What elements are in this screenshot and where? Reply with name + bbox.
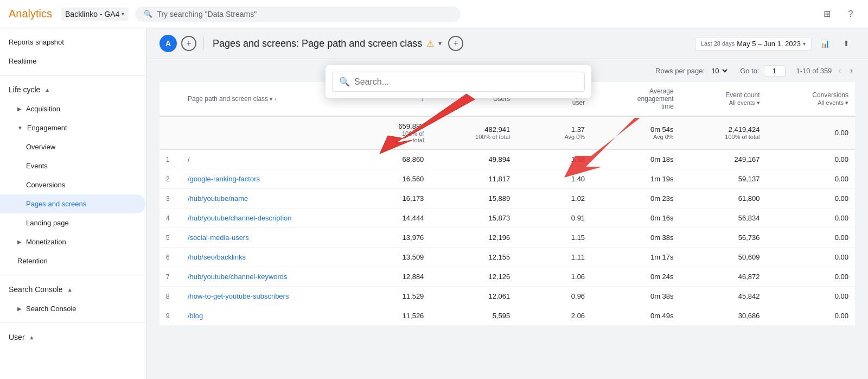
- sidebar-section-user[interactable]: User ▲: [0, 327, 146, 347]
- global-search-input[interactable]: [157, 10, 452, 18]
- cell-users: 12,155: [430, 248, 516, 267]
- realtime-label: Realtime: [9, 57, 36, 65]
- cell-page[interactable]: /hub/seo/backlinks: [181, 248, 392, 267]
- cell-views-per-user: 1.06: [516, 267, 591, 287]
- sidebar-item-overview[interactable]: Overview: [0, 137, 146, 156]
- cell-page[interactable]: /hub/youtube/channel-keywords: [181, 267, 392, 287]
- sidebar-divider-3: [0, 323, 146, 323]
- cell-views-per-user: 1.38: [516, 149, 591, 169]
- customize-icon[interactable]: 📊: [816, 35, 833, 52]
- pagination-next-button[interactable]: ›: [848, 64, 855, 78]
- property-selector[interactable]: Backlinko - GA4 ▾: [61, 8, 129, 21]
- cell-page[interactable]: /google-ranking-factors: [181, 169, 392, 189]
- sidebar-item-events[interactable]: Events: [0, 156, 146, 175]
- cell-conversions: 0.00: [767, 287, 855, 306]
- cell-page[interactable]: /blog: [181, 306, 392, 326]
- avatar[interactable]: A: [159, 35, 177, 52]
- sidebar: Reports snapshot Realtime Life cycle ▲ ▶…: [0, 28, 146, 379]
- table-row: 4 /hub/youtube/channel-description 14,44…: [159, 209, 855, 228]
- cell-page[interactable]: /hub/youtube/name: [181, 189, 392, 209]
- reports-snapshot-label: Reports snapshot: [9, 38, 64, 46]
- cell-page[interactable]: /social-media-users: [181, 228, 392, 248]
- col-event-count[interactable]: Event count All events ▾: [680, 82, 767, 116]
- sidebar-item-realtime[interactable]: Realtime: [0, 52, 146, 71]
- overview-label: Overview: [26, 143, 55, 151]
- cell-users: 15,873: [430, 209, 516, 228]
- total-event-count: 2,419,424 100% of total: [680, 116, 767, 149]
- cell-sessions: 11,529: [392, 287, 430, 306]
- total-avg-engagement: 0m 54s Avg 0%: [591, 116, 680, 149]
- cell-page[interactable]: /how-to-get-youtube-subscribers: [181, 287, 392, 306]
- cell-num: 5: [159, 228, 181, 248]
- date-range-value: May 5 – Jun 1, 2023: [737, 40, 801, 48]
- grid-icon[interactable]: ⊞: [818, 5, 835, 23]
- rows-per-page-select[interactable]: 10 25 50: [708, 65, 729, 77]
- col-conversions[interactable]: Conversions All events ▾: [767, 82, 855, 116]
- col-events-filter[interactable]: All events ▾: [729, 99, 760, 106]
- cell-event-count: 61,800: [680, 189, 767, 209]
- cell-page[interactable]: /: [181, 149, 392, 169]
- cell-users: 5,595: [430, 306, 516, 326]
- cell-num: 6: [159, 248, 181, 267]
- goto-input[interactable]: [764, 65, 786, 77]
- engagement-chevron-icon: ▼: [17, 125, 23, 131]
- cell-event-count: 50,609: [680, 248, 767, 267]
- sidebar-item-engagement[interactable]: ▼ Engagement: [0, 118, 146, 137]
- cell-avg-engagement: 0m 38s: [591, 228, 680, 248]
- pagination-info: 1-10 of 359: [796, 67, 832, 75]
- add-comparison-button[interactable]: +: [181, 36, 196, 51]
- property-name: Backlinko - GA4: [65, 10, 119, 18]
- add-chart-button[interactable]: +: [448, 36, 463, 51]
- sidebar-item-acquisition[interactable]: ▶ Acquisition: [0, 99, 146, 118]
- cell-avg-engagement: 0m 23s: [591, 189, 680, 209]
- cell-users: 49,894: [430, 149, 516, 169]
- table-body: 659,883 100% of total 482,941 100% of to…: [159, 116, 855, 326]
- pages-screens-label: Pages and screens: [26, 200, 86, 208]
- table-row: 9 /blog 11,526 5,595 2.06 0m 49s 30,686 …: [159, 306, 855, 326]
- col-conversions-filter[interactable]: All events ▾: [818, 99, 848, 106]
- cell-users: 12,196: [430, 228, 516, 248]
- table-row: 6 /hub/seo/backlinks 13,509 12,155 1.11 …: [159, 248, 855, 267]
- sidebar-item-lifecycle[interactable]: Life cycle ▲: [0, 80, 146, 99]
- date-range-selector[interactable]: Last 28 days May 5 – Jun 1, 2023 ▾: [695, 37, 812, 50]
- acquisition-chevron-icon: ▶: [17, 106, 22, 112]
- sidebar-item-monetization[interactable]: ▶ Monetization: [0, 232, 146, 251]
- cell-page[interactable]: /hub/youtube/channel-description: [181, 209, 392, 228]
- help-icon[interactable]: ?: [842, 5, 859, 23]
- pagination-prev-button[interactable]: ‹: [836, 64, 843, 78]
- cell-views-per-user: 0.91: [516, 209, 591, 228]
- cell-conversions: 0.00: [767, 149, 855, 169]
- sidebar-item-landing-page[interactable]: Landing page: [0, 213, 146, 232]
- cell-avg-engagement: 1m 19s: [591, 169, 680, 189]
- col-events-label: Event count: [725, 91, 760, 99]
- property-chevron-icon: ▾: [122, 11, 124, 17]
- col-filter-icon[interactable]: ▾ +: [270, 96, 277, 102]
- cell-conversions: 0.00: [767, 248, 855, 267]
- sidebar-item-reports-snapshot[interactable]: Reports snapshot: [0, 33, 146, 52]
- search-box[interactable]: 🔍: [332, 72, 585, 92]
- topbar: Analytics Backlinko - GA4 ▾ 🔍 ⊞ ?: [0, 0, 868, 28]
- title-dropdown-icon[interactable]: ▾: [438, 40, 442, 47]
- table-row: 3 /hub/youtube/name 16,173 15,889 1.02 0…: [159, 189, 855, 209]
- search-console-item-chevron-icon: ▶: [17, 306, 22, 312]
- cell-conversions: 0.00: [767, 267, 855, 287]
- col-avg-engagement[interactable]: Averageengagementtime: [591, 82, 680, 116]
- global-search[interactable]: 🔍: [135, 7, 461, 22]
- sidebar-item-retention[interactable]: Retention: [0, 251, 146, 270]
- cell-views-per-user: 1.15: [516, 228, 591, 248]
- sidebar-item-search-console[interactable]: ▶ Search Console: [0, 299, 146, 318]
- data-table-wrapper: Page path and screen class ▾ + ↓ Users V…: [146, 82, 868, 326]
- sidebar-section-search-console[interactable]: Search Console ▲: [0, 280, 146, 299]
- share-icon[interactable]: ⬆: [838, 35, 855, 52]
- cell-conversions: 0.00: [767, 306, 855, 326]
- cell-avg-engagement: 0m 49s: [591, 306, 680, 326]
- search-input[interactable]: [354, 77, 578, 87]
- total-num: [159, 116, 181, 149]
- lifecycle-chevron-icon: ▲: [44, 87, 50, 93]
- cell-sessions: 13,509: [392, 248, 430, 267]
- retention-label: Retention: [17, 257, 48, 265]
- cell-event-count: 56,736: [680, 228, 767, 248]
- sidebar-item-conversions[interactable]: Conversions: [0, 175, 146, 194]
- analytics-logo: Analytics: [9, 8, 52, 20]
- sidebar-item-pages-screens[interactable]: Pages and screens: [0, 194, 146, 213]
